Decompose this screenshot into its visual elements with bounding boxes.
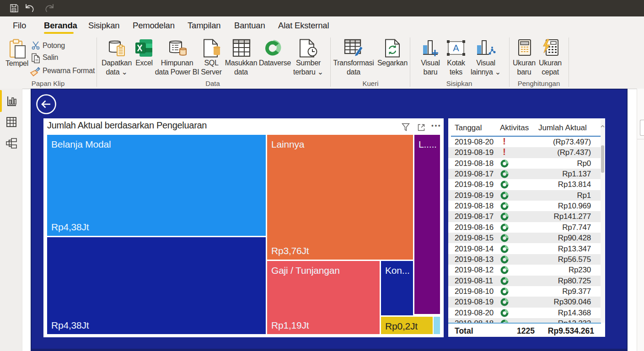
svg-text:A: A [453, 43, 459, 53]
